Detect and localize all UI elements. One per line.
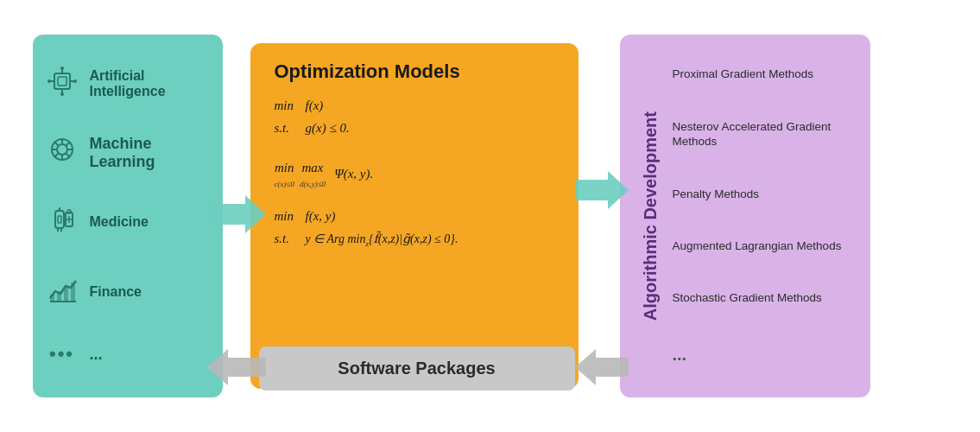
left-item-finance: Finance xyxy=(47,274,209,311)
right-item-2: Nesterov Accelerated Gradient Methods xyxy=(673,119,853,149)
right-items: Proximal Gradient Methods Nesterov Accel… xyxy=(673,48,853,384)
st-kw-3: s.t. xyxy=(275,228,300,249)
svg-rect-33 xyxy=(71,283,75,302)
svg-rect-32 xyxy=(64,288,68,302)
arrow-center-to-right xyxy=(575,168,629,216)
left-item-medicine: Medicine xyxy=(47,204,209,241)
st-kw-1: s.t. xyxy=(275,118,300,138)
more-icon: ••• xyxy=(47,343,78,365)
ai-label: Artificial Intelligence xyxy=(90,68,209,99)
expr-1: f(x) xyxy=(306,95,324,116)
arrow-left-to-center xyxy=(212,192,266,240)
left-item-ml: Machine Learning xyxy=(47,134,209,171)
svg-line-17 xyxy=(66,154,69,157)
right-item-5: Stochastic Gradient Methods xyxy=(673,290,853,306)
left-panel: Artificial Intelligence Machine Learning xyxy=(33,35,223,397)
medicine-icon xyxy=(47,204,78,241)
svg-point-7 xyxy=(60,92,64,96)
ml-icon xyxy=(47,134,78,171)
svg-rect-30 xyxy=(50,295,54,302)
svg-marker-34 xyxy=(212,195,266,233)
svg-point-9 xyxy=(73,79,77,83)
svg-rect-21 xyxy=(58,216,61,223)
ml-label: Machine Learning xyxy=(90,135,209,171)
arrow-right-to-bottom xyxy=(575,347,629,391)
math-block-1: min f(x) s.t. g(x) ≤ 0. xyxy=(275,95,554,140)
svg-point-11 xyxy=(57,144,67,155)
svg-marker-36 xyxy=(575,349,629,385)
min-kw-3: min xyxy=(275,206,300,226)
svg-marker-35 xyxy=(575,171,629,209)
ai-icon xyxy=(47,67,78,102)
svg-point-6 xyxy=(60,67,64,70)
software-packages-box: Software Packages xyxy=(259,346,575,391)
center-panel: Optimization Models min f(x) s.t. g(x) ≤… xyxy=(250,43,579,389)
right-item-3: Penalty Methods xyxy=(673,187,853,202)
finance-icon xyxy=(47,274,78,311)
svg-rect-0 xyxy=(54,73,70,89)
right-item-more: ... xyxy=(673,343,853,365)
svg-rect-1 xyxy=(58,77,66,86)
expr-3: f(x, y) xyxy=(306,206,336,226)
diagram: Artificial Intelligence Machine Learning xyxy=(16,17,965,415)
expr-4: y ∈ Arg minz{f̃(x,z)|g̃(x,z) ≤ 0}. xyxy=(306,230,458,250)
svg-line-18 xyxy=(66,142,69,145)
more-label: ... xyxy=(90,346,103,364)
left-item-more: ••• ... xyxy=(47,343,209,365)
svg-rect-31 xyxy=(57,291,61,302)
svg-line-19 xyxy=(54,154,58,157)
svg-rect-20 xyxy=(55,211,64,228)
software-packages-label: Software Packages xyxy=(259,346,575,391)
right-item-1: Proximal Gradient Methods xyxy=(673,67,853,82)
center-title: Optimization Models xyxy=(275,60,554,83)
medicine-label: Medicine xyxy=(90,214,149,230)
min-kw-1: min xyxy=(275,95,300,116)
finance-label: Finance xyxy=(90,284,142,300)
svg-point-8 xyxy=(47,79,51,83)
arrow-bottom-to-left xyxy=(207,347,266,391)
right-panel: Algorithmic Development Proximal Gradien… xyxy=(620,35,870,397)
math-block-2: min c(x)≤0 max d(x,y)≤0 Ψ(x, y). xyxy=(275,157,554,190)
svg-marker-37 xyxy=(207,349,266,385)
left-item-ai: Artificial Intelligence xyxy=(47,67,209,102)
math-block-3: min f(x, y) s.t. y ∈ Arg minz{f̃(x,z)|g̃… xyxy=(275,206,554,251)
expr-2: g(x) ≤ 0. xyxy=(306,118,350,138)
svg-line-16 xyxy=(54,142,58,145)
right-vertical-label: Algorithmic Development xyxy=(641,111,661,321)
right-item-4: Augmented Lagrangian Methods xyxy=(673,238,853,254)
